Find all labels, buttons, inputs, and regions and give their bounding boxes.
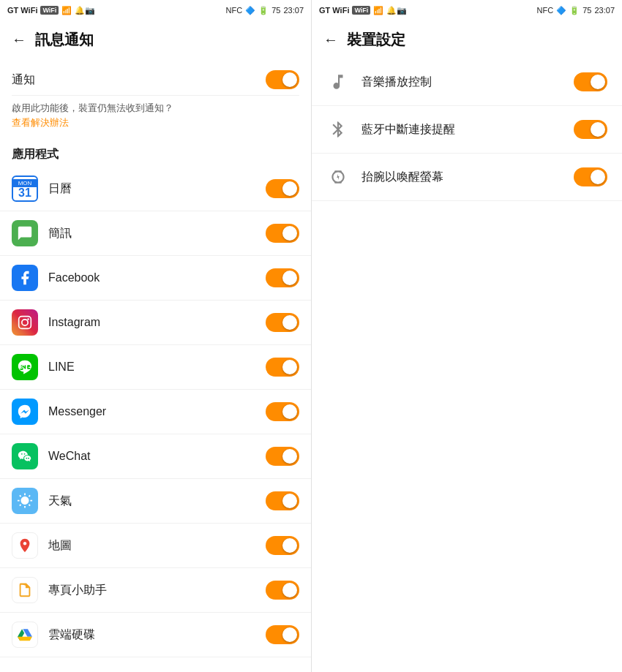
pages-icon <box>12 577 38 603</box>
app-toggle-line[interactable] <box>266 358 299 377</box>
app-label-wechat: WeChat <box>48 450 266 463</box>
left-back-button[interactable]: ← <box>12 31 26 48</box>
app-row-weather: 天氣 <box>0 479 311 524</box>
device-row-bluetooth: 藍牙中斷連接提醒 <box>312 106 622 154</box>
app-toggle-drive[interactable] <box>266 625 299 644</box>
facebook-icon <box>12 265 38 291</box>
app-toggle-maps[interactable] <box>266 536 299 555</box>
status-icons: 🔔📷 <box>75 6 95 15</box>
app-toggle-messenger[interactable] <box>266 402 299 421</box>
app-label-weather: 天氣 <box>48 494 266 509</box>
app-toggle-instagram[interactable] <box>266 313 299 332</box>
right-nfc-icon: NFC <box>537 6 554 15</box>
app-row-wechat: WeChat <box>0 434 311 479</box>
right-carrier: GT WiFi WiFi 📶 🔔📷 <box>319 6 407 15</box>
time-left: 23:07 <box>283 6 304 15</box>
app-label-facebook: Facebook <box>48 271 266 284</box>
wechat-icon <box>12 443 38 469</box>
left-page-title: 訊息通知 <box>35 30 94 50</box>
app-row-instagram: Instagram <box>0 301 311 345</box>
app-row-messenger: Messenger <box>0 390 311 434</box>
device-label-bluetooth: 藍牙中斷連接提醒 <box>361 122 574 137</box>
app-label-sms: 簡訊 <box>48 226 266 241</box>
left-carrier: GT WiFi WiFi 📶 🔔📷 <box>7 6 95 15</box>
notification-main-row: 通知 <box>12 58 299 96</box>
svg-point-2 <box>27 318 29 320</box>
messenger-icon <box>12 399 38 425</box>
drive-icon <box>12 622 38 648</box>
app-row-drive: 雲端硬碟 <box>0 613 311 657</box>
svg-point-1 <box>22 320 28 325</box>
battery-icon: 🔋 <box>258 6 269 15</box>
right-panel: GT WiFi WiFi 📶 🔔📷 NFC 🔷 🔋 75 23:07 ← 裝置設… <box>311 0 622 672</box>
right-page-title: 裝置設定 <box>347 30 405 50</box>
left-header: ← 訊息通知 <box>0 20 311 58</box>
right-header: ← 裝置設定 <box>312 20 622 58</box>
app-toggle-facebook[interactable] <box>266 268 299 287</box>
app-row-calendar: MON 31 日曆 <box>0 167 311 211</box>
app-label-line: LINE <box>48 360 266 374</box>
bt-icon: 🔷 <box>245 6 255 15</box>
right-signal-bars: 📶 <box>373 6 383 15</box>
music-icon <box>326 70 350 94</box>
signal-bars: 📶 <box>61 6 72 15</box>
right-status-right: NFC 🔷 🔋 75 23:07 <box>537 6 615 15</box>
device-toggle-wrist[interactable] <box>574 167 607 186</box>
wifi-label: WiFi <box>40 6 59 15</box>
calendar-icon: MON 31 <box>12 175 38 202</box>
app-row-sms: 簡訊 <box>0 211 311 256</box>
right-battery-pct: 75 <box>582 6 591 15</box>
maps-icon <box>12 532 38 559</box>
app-toggle-pages[interactable] <box>266 581 299 600</box>
app-row-pages: 專頁小助手 <box>0 568 311 613</box>
svg-rect-0 <box>19 317 31 329</box>
device-row-wrist: 抬腕以喚醒螢幕 <box>312 154 622 201</box>
app-toggle-weather[interactable] <box>266 491 299 510</box>
right-content: 音樂播放控制 藍牙中斷連接提醒 抬腕以喚醒螢幕 <box>312 58 622 672</box>
notification-toggle[interactable] <box>266 70 299 89</box>
app-toggle-wechat[interactable] <box>266 447 299 466</box>
instagram-icon <box>12 309 38 336</box>
app-label-pages: 專頁小助手 <box>48 583 266 598</box>
right-bt-icon: 🔷 <box>556 6 566 15</box>
device-toggle-music[interactable] <box>574 72 607 91</box>
right-wifi-label: WiFi <box>352 6 370 15</box>
battery-pct: 75 <box>271 6 280 15</box>
notification-helper-link[interactable]: 查看解決辦法 <box>12 116 299 137</box>
notification-section: 通知 啟用此功能後，裝置仍無法收到通知？ 查看解決辦法 <box>0 58 311 137</box>
left-panel: GT WiFi WiFi 📶 🔔📷 NFC 🔷 🔋 75 23:07 ← 訊息通… <box>0 0 311 672</box>
app-label-drive: 雲端硬碟 <box>48 627 266 643</box>
nfc-icon: NFC <box>226 6 243 15</box>
app-row-maps: 地圖 <box>0 524 311 568</box>
right-battery-icon: 🔋 <box>569 6 580 15</box>
app-label-instagram: Instagram <box>48 316 266 329</box>
right-carrier-text: GT WiFi <box>319 6 349 15</box>
notification-helper-text: 啟用此功能後，裝置仍無法收到通知？ <box>12 96 299 116</box>
app-label-messenger: Messenger <box>48 405 266 418</box>
right-time: 23:07 <box>594 6 615 15</box>
app-row-line: LINE <box>0 345 311 390</box>
apps-section-label: 應用程式 <box>0 137 311 167</box>
sms-icon <box>12 220 38 246</box>
right-status-icons: 🔔📷 <box>386 6 407 15</box>
app-toggle-calendar[interactable] <box>266 179 299 198</box>
left-status-right: NFC 🔷 🔋 75 23:07 <box>226 6 304 15</box>
right-back-button[interactable]: ← <box>323 31 338 48</box>
weather-icon <box>12 488 38 514</box>
notification-label: 通知 <box>12 72 266 88</box>
right-status-bar: GT WiFi WiFi 📶 🔔📷 NFC 🔷 🔋 75 23:07 <box>312 0 622 20</box>
left-content: 通知 啟用此功能後，裝置仍無法收到通知？ 查看解決辦法 應用程式 MON 31 … <box>0 58 311 672</box>
carrier-text: GT WiFi <box>7 6 37 15</box>
device-label-music: 音樂播放控制 <box>361 75 574 90</box>
left-status-bar: GT WiFi WiFi 📶 🔔📷 NFC 🔷 🔋 75 23:07 <box>0 0 311 20</box>
wrist-icon <box>326 165 350 189</box>
line-icon <box>12 354 38 380</box>
bluetooth-icon <box>326 118 350 141</box>
app-toggle-sms[interactable] <box>266 224 299 243</box>
app-label-maps: 地圖 <box>48 538 266 554</box>
device-row-music: 音樂播放控制 <box>312 58 622 106</box>
device-toggle-bluetooth[interactable] <box>574 120 607 139</box>
device-label-wrist: 抬腕以喚醒螢幕 <box>361 170 574 185</box>
app-label-calendar: 日曆 <box>48 181 266 197</box>
app-row-facebook: Facebook <box>0 256 311 301</box>
